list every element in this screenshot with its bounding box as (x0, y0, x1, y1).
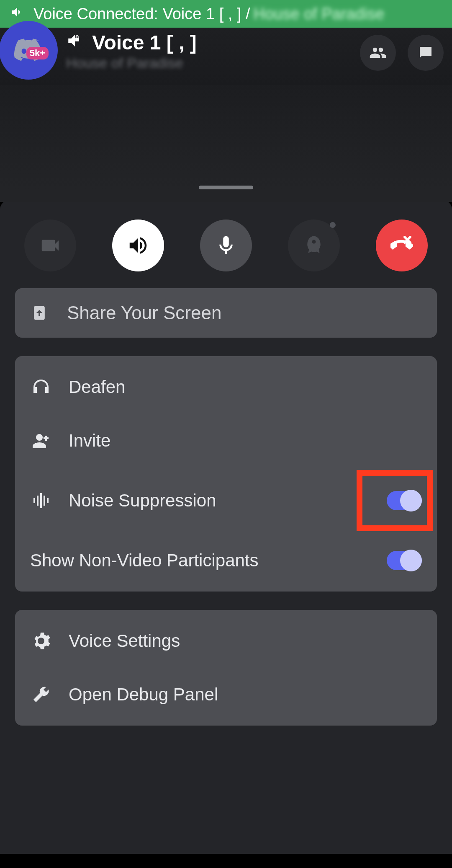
voice-connected-banner[interactable]: Voice Connected: Voice 1 [ , ] / House o… (0, 0, 452, 28)
soundwave-icon (30, 491, 52, 511)
show-non-video-row[interactable]: Show Non-Video Participants (30, 534, 422, 587)
show-non-video-label: Show Non-Video Participants (30, 550, 387, 571)
call-action-row (15, 220, 437, 271)
chat-button[interactable] (408, 35, 444, 71)
invite-row[interactable]: Invite (30, 414, 422, 468)
show-non-video-toggle[interactable] (387, 551, 422, 570)
activities-button[interactable] (288, 220, 340, 271)
voice-controls-panel: Share Your Screen Deafen Invite Noise Su… (0, 200, 452, 854)
settings-card: Voice Settings Open Debug Panel (15, 610, 437, 726)
debug-panel-label: Open Debug Panel (69, 685, 422, 705)
camera-icon (39, 234, 62, 257)
deafen-row[interactable]: Deafen (30, 360, 422, 414)
video-button[interactable] (24, 220, 76, 271)
svg-rect-0 (33, 498, 35, 503)
invite-label: Invite (69, 431, 422, 451)
hangup-icon (390, 234, 413, 257)
svg-rect-2 (40, 493, 42, 508)
server-name: House of Paradise (66, 55, 348, 71)
sheet-drag-handle[interactable] (199, 186, 253, 189)
members-button[interactable] (360, 35, 396, 71)
video-area (0, 85, 452, 202)
debug-panel-row[interactable]: Open Debug Panel (30, 668, 422, 721)
speaker-button[interactable] (112, 220, 164, 271)
chat-icon (417, 44, 434, 62)
noise-suppression-label: Noise Suppression (69, 491, 387, 511)
voice-connected-text: Voice Connected: Voice 1 [ , ] / (33, 5, 250, 23)
noise-suppression-toggle[interactable] (387, 491, 422, 510)
disconnect-button[interactable] (376, 220, 428, 271)
speaker-lock-icon (66, 31, 84, 54)
server-member-badge: 5k+ (26, 47, 49, 59)
channel-name: Voice 1 [ , ] (92, 31, 197, 54)
audio-options-card: Deafen Invite Noise Suppression Show Non… (15, 356, 437, 592)
deafen-label: Deafen (69, 377, 422, 397)
voice-settings-row[interactable]: Voice Settings (30, 614, 422, 668)
noise-suppression-row[interactable]: Noise Suppression (30, 468, 422, 534)
server-avatar[interactable]: 5k+ (0, 21, 58, 80)
svg-rect-4 (47, 498, 49, 503)
people-icon (369, 44, 387, 62)
share-screen-icon (30, 304, 49, 322)
voice-settings-label: Voice Settings (69, 631, 422, 651)
microphone-icon (215, 234, 237, 257)
share-screen-label: Share Your Screen (67, 302, 221, 323)
speaker-icon (127, 234, 149, 257)
voice-connected-server: House of Paradise (254, 5, 385, 23)
headphones-icon (30, 377, 52, 397)
mute-button[interactable] (200, 220, 252, 271)
gear-icon (30, 631, 52, 651)
svg-rect-1 (37, 496, 39, 506)
speaker-icon (10, 5, 24, 23)
notification-dot (330, 222, 336, 228)
rocket-icon (303, 234, 325, 257)
add-person-icon (30, 431, 52, 451)
wrench-icon (30, 685, 52, 705)
channel-header: 5k+ Voice 1 [ , ] House of Paradise (0, 28, 452, 85)
share-screen-button[interactable]: Share Your Screen (15, 288, 437, 338)
svg-rect-3 (44, 496, 45, 506)
